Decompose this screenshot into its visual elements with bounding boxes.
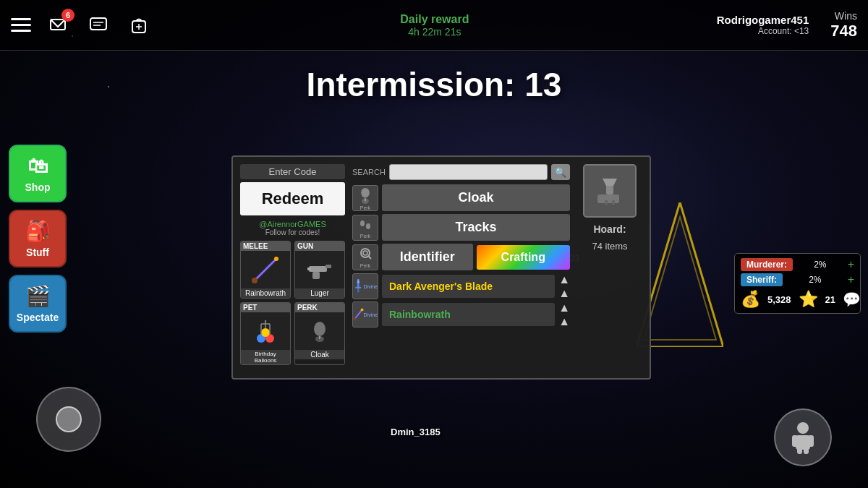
scroll-up-1[interactable]: ▲ — [558, 302, 570, 314]
crafting-button[interactable]: Crafting — [477, 245, 571, 270]
perk-identifier-icon: Perk — [352, 244, 378, 270]
divine-icon-1: Divine — [352, 301, 378, 328]
svg-point-44 — [361, 187, 370, 197]
player-nametag-2: Dmin_3185 — [391, 427, 441, 437]
search-bar: SEARCH 🔍 — [352, 164, 570, 180]
coins-amount: 5,328 — [767, 294, 791, 305]
svg-point-27 — [274, 257, 278, 261]
item-img-melee — [241, 251, 290, 288]
svg-point-41 — [314, 322, 326, 336]
sheriff-row: Sheriff: 2% + — [741, 273, 854, 286]
joystick[interactable] — [36, 387, 101, 452]
scroll-down-1[interactable]: ▲ — [558, 316, 570, 328]
role-panel: Murderer: 2% + Sheriff: 2% + 💰 5,328 ⭐ 2… — [734, 253, 861, 314]
spectate-button[interactable]: 🎬 Spectate — [9, 275, 67, 333]
spectate-icon: 🎬 — [25, 284, 51, 308]
perk-tracks-icon: Perk — [352, 215, 378, 241]
svg-point-49 — [361, 221, 364, 223]
stuff-button[interactable]: 🎒 Stuff — [9, 210, 67, 267]
menu-line-2 — [11, 24, 31, 26]
svg-point-67 — [797, 422, 809, 434]
item-img-pet — [241, 312, 290, 350]
username: Rodrigogamer451 — [717, 14, 809, 26]
shop-label: Shop — [25, 181, 51, 193]
search-button[interactable]: 🔍 — [551, 164, 570, 180]
tracks-button[interactable]: Tracks — [382, 214, 570, 241]
hoard-item-0[interactable]: Divine Dark Avenger's Blade ▲ ▲ — [352, 273, 570, 299]
murderer-row: Murderer: 2% + — [741, 258, 854, 271]
svg-rect-71 — [797, 447, 802, 454]
item-img-perk — [295, 312, 344, 350]
svg-rect-72 — [804, 447, 809, 454]
svg-point-35 — [261, 328, 270, 337]
right-menu: SEARCH 🔍 Perk Cloak — [352, 164, 570, 365]
star-icon: ⭐ — [799, 290, 818, 309]
wins-label: Wins — [830, 10, 857, 22]
svg-line-59 — [354, 309, 362, 319]
search-label: SEARCH — [352, 168, 386, 176]
tracks-row: Perk Tracks — [352, 214, 570, 241]
notifications-button[interactable]: 6 — [44, 12, 72, 39]
joystick-outer — [36, 387, 101, 452]
svg-rect-70 — [808, 435, 814, 447]
main-panel: Enter Code Redeem @AirennorGAMES Follow … — [231, 155, 651, 380]
perk-cloak-label: Perk — [360, 205, 370, 210]
scroll-up-0[interactable]: ▲ — [558, 274, 570, 286]
shop-icon: 🛍 — [27, 154, 48, 178]
topbar: 6 Daily reward 4h 22m 21s Rodrigogamer45… — [0, 0, 868, 51]
murderer-pct: 2% — [814, 260, 826, 270]
item-card-perk[interactable]: PERK Cloak — [294, 302, 345, 365]
menu-items: Perk Cloak Perk Track — [352, 184, 570, 328]
svg-marker-64 — [603, 179, 617, 186]
svg-rect-31 — [312, 272, 320, 279]
user-info: Rodrigogamer451 Account: <13 — [717, 14, 809, 36]
enter-code-label: Enter Code — [240, 164, 345, 179]
svg-rect-66 — [612, 200, 615, 205]
sidebar-buttons: 🛍 Shop 🎒 Stuff 🎬 Spectate — [9, 145, 67, 333]
hoard-item-name-0: Dark Avenger's Blade — [382, 275, 555, 298]
svg-rect-29 — [309, 266, 327, 272]
sheriff-plus[interactable]: + — [848, 273, 854, 286]
svg-rect-56 — [355, 287, 361, 288]
hoard-items: Divine Dark Avenger's Blade ▲ ▲ — [352, 273, 570, 328]
item-type-gun: GUN — [295, 241, 344, 251]
search-input[interactable] — [389, 164, 548, 180]
item-card-melee[interactable]: MELEE Rainbowrath — [240, 241, 291, 299]
craft-icon-box — [583, 164, 637, 218]
code-section: Enter Code Redeem @AirennorGAMES Follow … — [240, 164, 345, 365]
cloak-button[interactable]: Cloak — [382, 184, 570, 211]
identifier-button[interactable]: Identifier — [382, 244, 473, 270]
shop-button[interactable]: 🛍 Shop — [9, 145, 67, 202]
menu-line-3 — [11, 30, 31, 32]
svg-rect-65 — [605, 200, 608, 205]
svg-marker-17 — [644, 217, 716, 340]
chat-button[interactable] — [85, 12, 112, 39]
item-card-pet[interactable]: PET Birthday Balloons — [240, 302, 291, 365]
hoard-item-name-1: Rainbowrath — [382, 303, 555, 326]
player-icon[interactable] — [774, 408, 832, 466]
item-name-perk: Cloak — [295, 350, 344, 359]
item-name-melee: Rainbowrath — [241, 288, 290, 298]
item-type-melee: MELEE — [241, 241, 290, 251]
hoard-label: Hoard: — [593, 223, 626, 235]
notification-badge: 6 — [61, 9, 75, 22]
murderer-label: Murderer: — [741, 258, 793, 271]
svg-line-53 — [368, 256, 371, 259]
svg-rect-32 — [307, 267, 311, 270]
backpack-button[interactable] — [125, 12, 153, 39]
hoard-item-1[interactable]: Divine Rainbowrath ▲ ▲ — [352, 301, 570, 328]
svg-point-28 — [252, 278, 258, 283]
divine-label-1: Divine — [364, 312, 378, 317]
wins-box: Wins 748 — [830, 10, 857, 40]
item-type-perk: PERK — [295, 303, 344, 312]
item-card-gun[interactable]: GUN Luger — [294, 241, 345, 299]
svg-rect-57 — [357, 288, 359, 293]
item-img-gun — [295, 251, 344, 288]
joystick-inner — [56, 406, 82, 432]
redeem-button[interactable]: Redeem — [240, 182, 345, 215]
murderer-plus[interactable]: + — [848, 258, 854, 271]
scroll-down-0[interactable]: ▲ — [558, 288, 570, 299]
intermission-text: Intermission: 13 — [307, 65, 562, 104]
follow-label: Follow for codes! — [240, 228, 345, 236]
menu-button[interactable] — [11, 18, 31, 32]
